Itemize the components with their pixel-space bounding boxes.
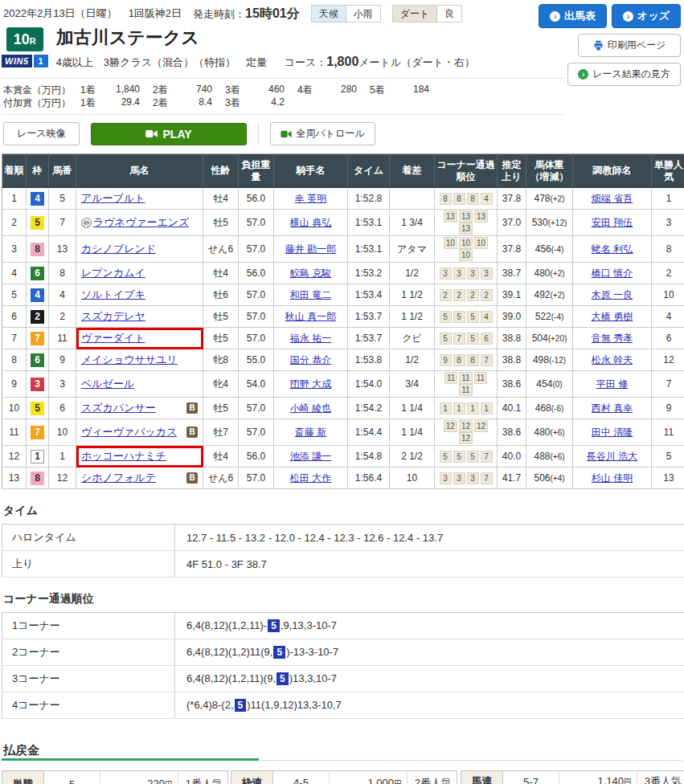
horse-link[interactable]: ホッコーハナミチ <box>81 449 166 463</box>
horse-name-wrap: ベルゼール <box>78 377 201 391</box>
jockey-link[interactable]: 秋山 真一郎 <box>285 311 336 322</box>
horse-link[interactable]: ラヴネヴァーエンズ <box>93 215 189 230</box>
jockey-link[interactable]: 和田 竜二 <box>290 289 331 300</box>
horse-name-cell: 外ラヴネヴァーエンズ <box>76 210 203 236</box>
play-button-label: PLAY <box>163 128 192 141</box>
margin: 10 <box>390 468 435 489</box>
corner-position-box: 7 <box>481 472 493 484</box>
jockey-link[interactable]: 松田 大作 <box>290 472 331 484</box>
table-row: 257外ラヴネヴァーエンズ牡557.0横山 典弘1:53.11 3/413131… <box>2 210 684 236</box>
trainer-link[interactable]: 杉山 佳明 <box>592 472 633 484</box>
last-3f-time: 41.7 <box>498 468 526 489</box>
last-3f-time: 38.6 <box>498 371 526 398</box>
corner-row: 2コーナー6,4(8,12)(1,2)11(9,5)-13-3-10-7 <box>2 639 684 666</box>
time-table: ハロンタイム12.7 - 11.5 - 13.2 - 12.0 - 12.4 -… <box>2 524 684 578</box>
horse-link[interactable]: カシノブレンド <box>81 242 156 256</box>
table-row: 622スズカデレヤ牡557.0秋山 真一郎1:53.71 1/2555439.0… <box>2 306 684 328</box>
corner-position-box: 5 <box>453 311 465 323</box>
bracket-cell: 6 <box>27 263 49 284</box>
horse-number: 5 <box>49 188 76 210</box>
finish-position: 10 <box>2 398 27 419</box>
body-weight-diff: (+2) <box>550 194 564 203</box>
payout-amount-value: 1,000 <box>367 777 394 784</box>
horse-name-wrap: ヴァーダイト <box>78 331 201 345</box>
patrol-video-button[interactable]: 全周パトロール <box>270 122 375 145</box>
jockey-cell: 団野 大成 <box>274 371 348 398</box>
trainer-link[interactable]: 音無 秀孝 <box>592 333 633 344</box>
jockey-cell: 幸 英明 <box>274 188 348 210</box>
horse-link[interactable]: レプンカムイ <box>81 266 145 280</box>
horse-link[interactable]: スズカパンサー <box>81 401 156 415</box>
jockey-link[interactable]: 団野 大成 <box>290 378 331 390</box>
trainer-link[interactable]: 松永 幹夫 <box>592 354 633 365</box>
trainer-link[interactable]: 安田 翔伍 <box>592 217 633 228</box>
jockey-link[interactable]: 藤井 勘一郎 <box>285 243 336 255</box>
trainer-link[interactable]: 西村 真幸 <box>592 402 633 414</box>
odds-button[interactable]: › オッズ <box>612 4 681 28</box>
trainer-cell: 畑端 省吾 <box>573 188 652 210</box>
bracket-number: 2 <box>31 310 44 324</box>
horse-link[interactable]: メイショウササユリ <box>81 353 178 367</box>
carried-weight: 57.0 <box>239 398 274 419</box>
column-header: 馬名 <box>76 154 203 188</box>
finish-time: 1:53.7 <box>348 306 390 328</box>
corner-positions: 5756 <box>435 328 498 349</box>
jockey-link[interactable]: 福永 祐一 <box>290 333 331 344</box>
bracket-cell: 6 <box>27 349 49 371</box>
corner-position-box: 13 <box>444 210 457 223</box>
body-weight: 478(+2) <box>526 188 573 210</box>
trainer-link[interactable]: 長谷川 浩大 <box>587 451 637 462</box>
horse-link[interactable]: ヴァーダイト <box>81 331 145 345</box>
race-video-button[interactable]: レース映像 <box>3 122 80 145</box>
jockey-cell: 秋山 真一郎 <box>274 306 348 328</box>
prize-pair: 3着460 <box>225 84 297 97</box>
trainer-link[interactable]: 木原 一良 <box>592 289 633 300</box>
column-header: 単勝人気 <box>652 154 684 188</box>
horse-link[interactable]: スズカデレヤ <box>81 309 145 324</box>
body-weight-value: 522 <box>535 311 551 322</box>
winner-number-mark: 5 <box>273 646 285 659</box>
table-row: 7711ヴァーダイト牡557.0福永 祐一1:53.7クビ575638.8504… <box>2 328 684 349</box>
jockey-link[interactable]: 横山 典弘 <box>290 217 331 228</box>
prize-pair: 1着29.4 <box>80 96 153 110</box>
trainer-link[interactable]: 大橋 勇樹 <box>592 311 633 322</box>
horse-link[interactable]: ソルトイブキ <box>81 288 145 302</box>
corner-section-title: コーナー通過順位 <box>3 592 682 606</box>
horse-link[interactable]: シホノフォルテ <box>81 471 156 485</box>
trainer-link[interactable]: 平田 修 <box>596 378 628 390</box>
jockey-link[interactable]: 斎藤 新 <box>295 427 326 438</box>
entries-button[interactable]: › 出馬表 <box>539 4 607 28</box>
last-3f-time: 38.7 <box>498 263 526 284</box>
corner-order-pre: 6,4(8,12)(1,2)11(9, <box>186 646 272 658</box>
trainer-link[interactable]: 橋口 慎介 <box>592 267 633 279</box>
page-title: 加古川ステークス <box>56 27 475 48</box>
trainer-link[interactable]: 田中 清隆 <box>592 427 633 438</box>
race-header: 10R WIN5 1 加古川ステークス 4歳以上 3勝クラス（混合）（特指） 定… <box>2 27 564 70</box>
horse-link[interactable]: ヴィーヴァバッカス <box>81 425 177 439</box>
result-guide-button[interactable]: › レース結果の見方 <box>567 63 681 86</box>
sex-age: 牡4 <box>203 188 239 210</box>
last-3f-time: 37.0 <box>498 210 526 236</box>
jockey-link[interactable]: 鮫島 克駿 <box>290 267 331 279</box>
sex-age: 牡5 <box>203 398 239 419</box>
print-page-button[interactable]: 印刷用ページ <box>578 34 681 57</box>
header-actions: › 出馬表 › オッズ 印刷用ページ › レース結果の見方 <box>539 4 681 86</box>
trainer-link[interactable]: 畑端 省吾 <box>592 193 633 204</box>
payout-amount: 1,000円 <box>330 771 408 784</box>
jockey-link[interactable]: 国分 恭介 <box>290 354 331 365</box>
column-header: 騎手名 <box>274 154 348 188</box>
payout-section-title: 払戻金 <box>3 743 682 758</box>
prize-rank: 1着 <box>80 84 104 97</box>
jockey-link[interactable]: 池添 謙一 <box>290 451 331 462</box>
horse-link[interactable]: アルーブルト <box>81 191 145 206</box>
jockey-link[interactable]: 幸 英明 <box>295 193 326 204</box>
popularity-number: 3 <box>645 775 650 784</box>
trainer-link[interactable]: 蛯名 利弘 <box>592 243 633 255</box>
play-button[interactable]: PLAY <box>91 123 247 145</box>
jockey-link[interactable]: 小崎 綾也 <box>290 402 331 414</box>
horse-link[interactable]: ベルゼール <box>81 377 134 391</box>
corner-order-pre: 6,4(8,12)(1,2,11)- <box>186 619 267 631</box>
prize-money: 本賞金（万円） 1着1,8402着7403着4604着2805着184 付加賞（… <box>2 78 564 115</box>
last-3f-time: 38.6 <box>498 419 526 446</box>
table-row: 11710ヴィーヴァバッカスB牡757.0斎藤 新1:54.41 1/41212… <box>2 419 684 446</box>
